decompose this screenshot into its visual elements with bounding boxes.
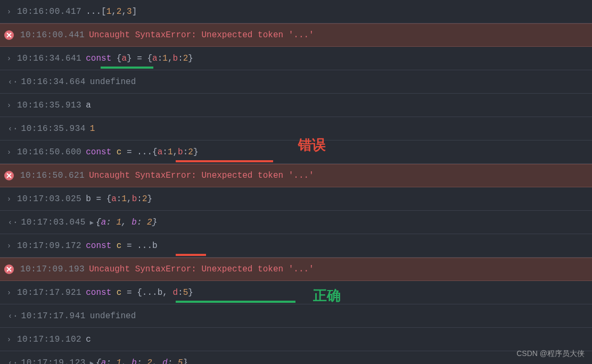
input-arrow-icon: › <box>4 242 14 250</box>
console-row[interactable]: ›10:16:35.913a <box>0 94 592 117</box>
input-arrow-icon: › <box>4 195 14 203</box>
timestamp: 10:16:50.600 <box>17 147 81 157</box>
console-row[interactable]: ‹·10:16:35.9341 <box>0 117 592 140</box>
console-row[interactable]: 10:16:00.441Uncaught SyntaxError: Unexpe… <box>0 23 592 47</box>
console-message: const {a} = {a:1,b:2} <box>86 54 193 63</box>
console-message: undefined <box>90 77 136 87</box>
input-arrow-icon: › <box>4 7 14 16</box>
console-message: const c = ...{a:1,b:2} <box>86 147 198 157</box>
timestamp: 10:17:03.045 <box>21 218 86 227</box>
annotation-underline <box>176 160 273 162</box>
error-icon <box>4 171 14 180</box>
annotation-underline <box>176 254 206 256</box>
timestamp: 10:17:17.941 <box>21 311 86 321</box>
console-message: undefined <box>90 311 136 321</box>
console-row[interactable]: ›10:17:03.025b = {a:1,b:2} <box>0 187 592 211</box>
console-message: const c = ...b <box>86 241 157 251</box>
timestamp: 10:17:03.025 <box>17 194 81 204</box>
timestamp: 10:17:09.172 <box>17 241 81 251</box>
input-arrow-icon: › <box>4 101 14 110</box>
console-message: 1 <box>90 124 95 134</box>
annotation-underline <box>176 301 295 303</box>
console-message: ▶{a: 1, b: 2, d: 5} <box>90 358 188 365</box>
console-message: Uncaught SyntaxError: Unexpected token '… <box>89 171 314 180</box>
console-row[interactable]: ›10:16:50.600const c = ...{a:1,b:2} <box>0 140 592 164</box>
timestamp: 10:16:35.913 <box>17 101 81 110</box>
expand-triangle-icon[interactable]: ▶ <box>90 360 94 365</box>
timestamp: 10:17:19.123 <box>21 358 86 365</box>
timestamp: 10:17:09.193 <box>20 264 85 274</box>
console-message: b = {a:1,b:2} <box>86 194 152 204</box>
timestamp: 10:16:35.934 <box>21 124 86 134</box>
timestamp: 10:16:00.441 <box>20 30 85 40</box>
console-row[interactable]: 10:16:50.621Uncaught SyntaxError: Unexpe… <box>0 164 592 187</box>
console-row[interactable]: ›10:17:09.172const c = ...b <box>0 234 592 258</box>
input-arrow-icon: › <box>4 54 14 63</box>
annotation-label: 错误 <box>298 136 326 154</box>
error-icon <box>4 30 14 40</box>
timestamp: 10:16:34.641 <box>17 54 81 63</box>
console-row[interactable]: ›10:16:00.417...[1,2,3] <box>0 0 592 23</box>
console-row[interactable]: ‹·10:16:34.664undefined <box>0 70 592 94</box>
console-panel: ›10:16:00.417...[1,2,3]10:16:00.441Uncau… <box>0 0 592 364</box>
input-arrow-icon: › <box>4 148 14 156</box>
timestamp: 10:16:50.621 <box>20 171 85 180</box>
console-row[interactable]: ‹·10:17:17.941undefined <box>0 304 592 328</box>
console-row[interactable]: 10:17:09.193Uncaught SyntaxError: Unexpe… <box>0 258 592 281</box>
timestamp: 10:17:17.921 <box>17 288 81 297</box>
error-icon <box>4 264 14 274</box>
console-row[interactable]: ‹·10:17:19.123▶{a: 1, b: 2, d: 5} <box>0 351 592 364</box>
watermark: CSDN @程序员大侠 <box>516 349 585 359</box>
input-arrow-icon: › <box>4 335 14 344</box>
annotation-label: 正确 <box>313 286 341 305</box>
console-row[interactable]: ›10:17:19.102c <box>0 328 592 351</box>
console-message: ...[1,2,3] <box>86 7 137 16</box>
console-message: Uncaught SyntaxError: Unexpected token '… <box>89 30 314 40</box>
annotation-underline <box>101 67 153 69</box>
console-message: const c = {...b, d:5} <box>86 288 193 297</box>
input-arrow-icon: › <box>4 288 14 297</box>
console-message: a <box>86 101 91 110</box>
timestamp: 10:16:00.417 <box>17 7 81 16</box>
console-row[interactable]: ›10:16:34.641const {a} = {a:1,b:2} <box>0 47 592 70</box>
timestamp: 10:17:19.102 <box>17 335 81 344</box>
console-row[interactable]: ›10:17:17.921const c = {...b, d:5} <box>0 281 592 304</box>
timestamp: 10:16:34.664 <box>21 77 86 87</box>
console-message: c <box>86 335 91 344</box>
console-message: ▶{a: 1, b: 2} <box>90 218 158 227</box>
console-row[interactable]: ‹·10:17:03.045▶{a: 1, b: 2} <box>0 211 592 234</box>
console-message: Uncaught SyntaxError: Unexpected token '… <box>89 264 314 274</box>
expand-triangle-icon[interactable]: ▶ <box>90 219 94 227</box>
